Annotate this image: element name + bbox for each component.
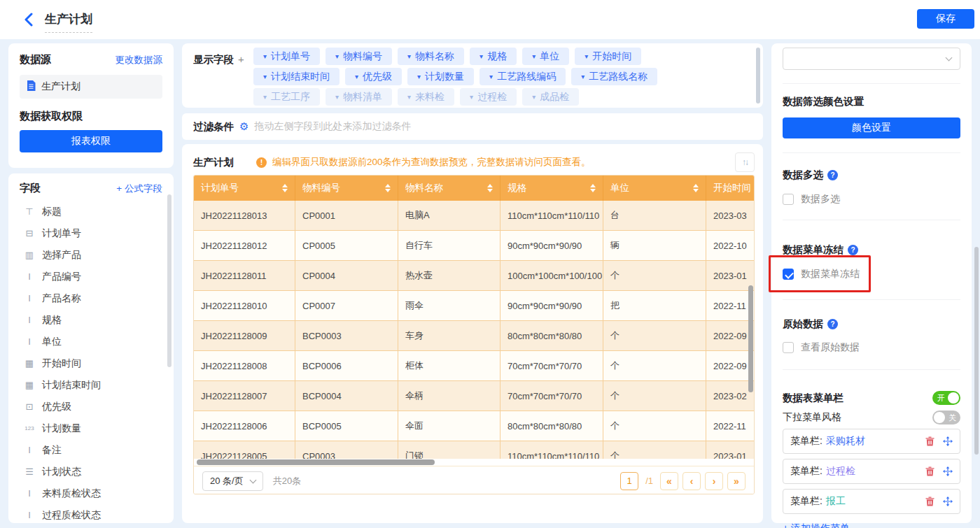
field-item[interactable]: I单位 — [20, 331, 162, 352]
field-label: 产品编号 — [42, 271, 81, 283]
change-datasource-link[interactable]: 更改数据源 — [115, 54, 163, 66]
column-header[interactable]: 计划单号 — [194, 176, 295, 201]
help-icon[interactable]: ? — [848, 245, 858, 255]
table-row[interactable]: JH20221128013CP0001电脑A110cm*110cm*110/11… — [194, 201, 754, 231]
field-item[interactable]: I备注 — [20, 439, 162, 461]
datasource-item[interactable]: 生产计划 — [20, 75, 162, 99]
freeze-checkbox[interactable] — [783, 269, 794, 280]
field-item[interactable]: I产品编号 — [20, 266, 162, 287]
display-fields-scrollbar[interactable] — [756, 48, 760, 104]
save-button[interactable]: 保存 — [917, 9, 974, 29]
menu-item-link[interactable]: 过程检 — [826, 465, 855, 478]
field-item[interactable]: I产品名称 — [20, 287, 162, 309]
column-header[interactable]: 物料编号 — [295, 176, 398, 201]
display-field-tag[interactable]: ▾开始时间 — [575, 48, 641, 65]
fields-scrollbar[interactable] — [167, 194, 172, 367]
table-row[interactable]: JH20221128009BCP0003车身80cm*80cm*80/80个20… — [194, 321, 754, 351]
display-field-tag[interactable]: ▾物料清单 — [326, 88, 392, 106]
field-item[interactable]: ☰计划状态 — [20, 461, 162, 483]
filter-bar[interactable]: 过滤条件 ⚙ 拖动左侧字段到此处来添加过滤条件 — [182, 113, 763, 140]
display-field-tag[interactable]: ▾物料名称 — [398, 48, 464, 65]
display-field-tag[interactable]: ▾规格 — [470, 48, 517, 65]
menu-item-link[interactable]: 采购耗材 — [826, 435, 865, 448]
multiselect-checkbox[interactable] — [783, 194, 794, 205]
field-item[interactable]: ⊤标题 — [20, 201, 162, 222]
table-row[interactable]: JH20221128008BCP0006柜体70cm*70cm*70/70个20… — [194, 351, 754, 381]
tag-label: 物料名称 — [415, 50, 454, 63]
table-row[interactable]: JH20221128006BCP0005伞面80cm*80cm*80/80个20… — [194, 411, 754, 441]
sort-arrows-icon[interactable] — [385, 184, 391, 192]
table-horizontal-scrollbar[interactable] — [197, 459, 435, 465]
table-row[interactable]: JH20221128010CP0007雨伞90cm*90cm*90/90把202… — [194, 291, 754, 321]
dropdown-style-toggle-off[interactable]: 关 — [932, 411, 960, 424]
trash-icon[interactable] — [925, 497, 934, 506]
display-field-tag[interactable]: ▾计划单号 — [253, 48, 320, 65]
field-item[interactable]: ▦计划结束时间 — [20, 374, 162, 396]
column-header[interactable]: 开始时间 — [706, 176, 752, 201]
display-field-tag[interactable]: ▾优先级 — [345, 68, 402, 85]
divider — [783, 220, 960, 220]
menu-item-link[interactable]: 报工 — [826, 495, 846, 508]
back-icon[interactable] — [24, 13, 35, 27]
move-icon[interactable] — [943, 436, 953, 446]
table-row[interactable]: JH20221128007BCP0004伞柄70cm*70cm*70/70个20… — [194, 381, 754, 411]
sort-arrows-icon[interactable] — [693, 184, 699, 192]
last-page-button[interactable]: » — [727, 472, 746, 490]
help-icon[interactable]: ? — [827, 170, 838, 180]
field-item[interactable]: I规格 — [20, 309, 162, 331]
display-field-tag[interactable]: ▾成品检 — [522, 88, 579, 106]
trash-icon[interactable] — [925, 436, 934, 446]
table-row[interactable]: JH20221128011CP0004热水壶100cm*100cm*100/10… — [194, 261, 754, 291]
prev-page-button[interactable]: ‹ — [682, 472, 701, 490]
field-item[interactable]: 123计划数量 — [20, 418, 162, 439]
field-item[interactable]: I过程质检状态 — [20, 504, 162, 523]
help-icon[interactable]: ? — [827, 319, 838, 329]
add-formula-field-link[interactable]: + 公式字段 — [116, 183, 162, 195]
column-header[interactable]: 单位 — [603, 176, 706, 201]
display-field-tag[interactable]: ▾工艺路线编码 — [479, 68, 566, 85]
move-icon[interactable] — [943, 497, 953, 506]
display-field-tag[interactable]: ▾工艺路线名称 — [571, 68, 657, 85]
display-field-tag[interactable]: ▾计划结束时间 — [253, 68, 340, 85]
table-horizontal-scrollbar-track — [194, 459, 754, 466]
move-icon[interactable] — [943, 466, 953, 476]
column-header[interactable]: 物料名称 — [398, 176, 500, 201]
settings-select[interactable] — [783, 48, 960, 70]
menubar-toggle-on[interactable]: 开 — [932, 391, 960, 405]
sort-arrows-icon[interactable] — [487, 184, 493, 192]
display-field-tag[interactable]: ▾物料编号 — [326, 48, 392, 65]
display-field-tag[interactable]: ▾单位 — [522, 48, 569, 65]
sort-order-icon[interactable]: ↑↓ — [735, 152, 755, 172]
next-page-button[interactable]: › — [705, 472, 723, 490]
display-field-tag[interactable]: ▾工艺工序 — [253, 88, 320, 106]
display-field-tag[interactable]: ▾计划数量 — [407, 68, 474, 85]
table-row[interactable]: JH20221128012CP0005自行车90cm*90cm*90/90辆20… — [194, 231, 754, 261]
raw-data-checkbox[interactable] — [783, 342, 794, 353]
trash-icon[interactable] — [925, 466, 934, 476]
sort-arrows-icon[interactable] — [282, 184, 288, 192]
field-item[interactable]: ▥选择产品 — [20, 244, 162, 266]
add-action-menu-link[interactable]: + 添加操作菜单 — [783, 522, 850, 528]
display-field-tag[interactable]: ▾过程检 — [460, 88, 517, 106]
field-item[interactable]: ⊡优先级 — [20, 396, 162, 418]
field-item[interactable]: ▦开始时间 — [20, 352, 162, 374]
page-scrollbar[interactable] — [974, 247, 979, 455]
display-field-tag[interactable]: ▾来料检 — [398, 88, 454, 106]
report-permission-button[interactable]: 报表权限 — [20, 130, 162, 152]
add-display-field-icon[interactable]: + — [238, 53, 244, 65]
first-page-button[interactable]: « — [660, 472, 678, 490]
page-size-select[interactable]: 20 条/页 — [202, 471, 263, 491]
sort-arrows-icon[interactable] — [590, 184, 596, 192]
table-row[interactable]: JH20221128005CP0003门锁110cm*110cm*110/110… — [194, 441, 754, 459]
table-vertical-scrollbar[interactable] — [748, 285, 753, 392]
sort-asc-icon — [487, 184, 493, 187]
filter-placeholder: 拖动左侧字段到此处来添加过滤条件 — [254, 120, 411, 133]
field-item[interactable]: ⊟计划单号 — [20, 222, 162, 244]
field-item[interactable]: I来料质检状态 — [20, 483, 162, 504]
current-page-input[interactable]: 1 — [620, 472, 638, 490]
gear-icon[interactable]: ⚙ — [239, 120, 248, 133]
color-settings-button[interactable]: 颜色设置 — [783, 117, 960, 138]
column-header[interactable]: 规格 — [500, 176, 603, 201]
tag-label: 工艺路线编码 — [497, 71, 556, 83]
table-cell: BCP0004 — [295, 381, 398, 411]
